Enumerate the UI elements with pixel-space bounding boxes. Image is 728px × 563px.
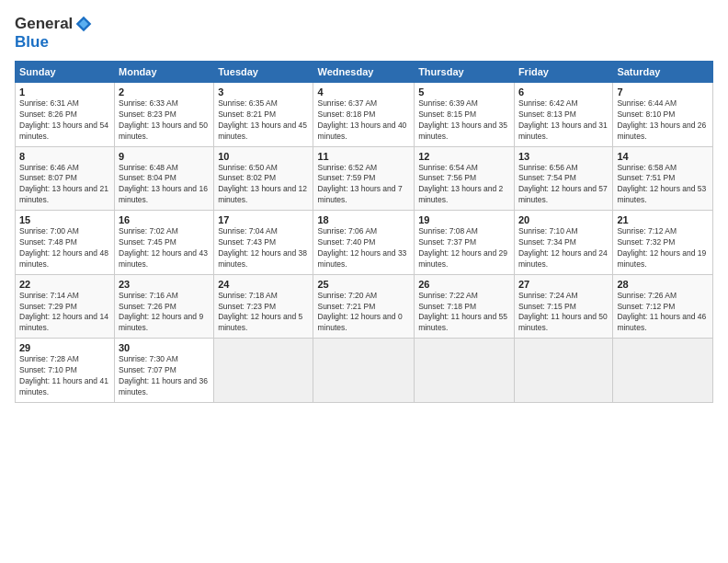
calendar-cell — [313, 339, 415, 403]
day-info: Sunrise: 6:54 AMSunset: 7:56 PMDaylight:… — [418, 163, 510, 207]
day-info: Sunrise: 7:06 AMSunset: 7:40 PMDaylight:… — [317, 226, 410, 270]
calendar-cell: 27Sunrise: 7:24 AMSunset: 7:15 PMDayligh… — [514, 274, 612, 339]
calendar-cell: 3Sunrise: 6:35 AMSunset: 8:21 PMDaylight… — [214, 83, 313, 147]
day-info: Sunrise: 7:28 AMSunset: 7:10 PMDaylight:… — [19, 354, 110, 398]
day-info: Sunrise: 6:33 AMSunset: 8:23 PMDaylight:… — [119, 98, 210, 143]
day-info: Sunrise: 7:02 AMSunset: 7:45 PMDaylight:… — [119, 226, 210, 270]
calendar-cell: 10Sunrise: 6:50 AMSunset: 8:02 PMDayligh… — [214, 146, 313, 211]
day-info: Sunrise: 6:37 AMSunset: 8:18 PMDaylight:… — [317, 98, 410, 143]
day-info: Sunrise: 6:39 AMSunset: 8:15 PMDaylight:… — [418, 98, 510, 143]
day-info: Sunrise: 7:20 AMSunset: 7:21 PMDaylight:… — [317, 291, 410, 335]
calendar-header-saturday: Saturday — [613, 62, 713, 83]
calendar-week-3: 15Sunrise: 7:00 AMSunset: 7:48 PMDayligh… — [16, 211, 713, 275]
logo-blue-text: Blue — [15, 33, 49, 52]
logo: General Blue — [15, 15, 93, 52]
calendar-cell: 11Sunrise: 6:52 AMSunset: 7:59 PMDayligh… — [313, 146, 415, 211]
day-number: 30 — [119, 342, 210, 353]
day-number: 25 — [317, 279, 410, 290]
day-info: Sunrise: 7:22 AMSunset: 7:18 PMDaylight:… — [418, 291, 510, 335]
calendar-cell: 30Sunrise: 7:30 AMSunset: 7:07 PMDayligh… — [115, 339, 214, 403]
calendar-cell: 1Sunrise: 6:31 AMSunset: 8:26 PMDaylight… — [16, 83, 115, 147]
calendar-cell: 23Sunrise: 7:16 AMSunset: 7:26 PMDayligh… — [115, 274, 214, 339]
day-info: Sunrise: 6:58 AMSunset: 7:51 PMDaylight:… — [617, 163, 709, 207]
calendar-cell: 22Sunrise: 7:14 AMSunset: 7:29 PMDayligh… — [16, 274, 115, 339]
calendar-cell: 6Sunrise: 6:42 AMSunset: 8:13 PMDaylight… — [514, 83, 612, 147]
calendar-cell — [415, 339, 515, 403]
day-info: Sunrise: 6:42 AMSunset: 8:13 PMDaylight:… — [518, 98, 609, 143]
day-number: 15 — [19, 214, 110, 225]
calendar-header-sunday: Sunday — [16, 62, 115, 83]
calendar-header-friday: Friday — [514, 62, 612, 83]
day-info: Sunrise: 6:31 AMSunset: 8:26 PMDaylight:… — [19, 98, 110, 143]
day-number: 24 — [218, 279, 309, 290]
calendar-cell — [514, 339, 612, 403]
day-info: Sunrise: 7:00 AMSunset: 7:48 PMDaylight:… — [19, 226, 110, 270]
calendar-cell: 15Sunrise: 7:00 AMSunset: 7:48 PMDayligh… — [16, 211, 115, 275]
day-number: 18 — [317, 214, 410, 225]
day-number: 20 — [518, 214, 609, 225]
day-info: Sunrise: 7:16 AMSunset: 7:26 PMDaylight:… — [119, 291, 210, 335]
calendar-cell: 16Sunrise: 7:02 AMSunset: 7:45 PMDayligh… — [115, 211, 214, 275]
day-info: Sunrise: 7:10 AMSunset: 7:34 PMDaylight:… — [518, 226, 609, 270]
calendar-cell: 19Sunrise: 7:08 AMSunset: 7:37 PMDayligh… — [415, 211, 515, 275]
day-number: 3 — [218, 86, 309, 98]
calendar-cell — [613, 339, 713, 403]
day-info: Sunrise: 6:46 AMSunset: 8:07 PMDaylight:… — [19, 163, 110, 207]
calendar-header-wednesday: Wednesday — [313, 62, 415, 83]
day-info: Sunrise: 6:48 AMSunset: 8:04 PMDaylight:… — [119, 163, 210, 207]
day-info: Sunrise: 7:30 AMSunset: 7:07 PMDaylight:… — [119, 354, 210, 398]
header: General Blue — [15, 15, 713, 52]
calendar-table: SundayMondayTuesdayWednesdayThursdayFrid… — [15, 61, 713, 403]
calendar-header-thursday: Thursday — [415, 62, 515, 83]
day-info: Sunrise: 6:44 AMSunset: 8:10 PMDaylight:… — [617, 98, 709, 143]
day-number: 12 — [418, 151, 510, 162]
calendar-header-row: SundayMondayTuesdayWednesdayThursdayFrid… — [16, 62, 713, 83]
day-number: 29 — [19, 342, 110, 353]
calendar-cell: 21Sunrise: 7:12 AMSunset: 7:32 PMDayligh… — [613, 211, 713, 275]
calendar-week-2: 8Sunrise: 6:46 AMSunset: 8:07 PMDaylight… — [16, 146, 713, 211]
calendar-cell: 28Sunrise: 7:26 AMSunset: 7:12 PMDayligh… — [613, 274, 713, 339]
calendar-cell: 2Sunrise: 6:33 AMSunset: 8:23 PMDaylight… — [115, 83, 214, 147]
calendar-cell: 17Sunrise: 7:04 AMSunset: 7:43 PMDayligh… — [214, 211, 313, 275]
calendar-cell — [214, 339, 313, 403]
day-number: 22 — [19, 279, 110, 290]
day-number: 4 — [317, 86, 410, 98]
calendar-week-1: 1Sunrise: 6:31 AMSunset: 8:26 PMDaylight… — [16, 83, 713, 147]
day-number: 8 — [19, 151, 110, 162]
day-number: 11 — [317, 151, 410, 162]
day-number: 10 — [218, 151, 309, 162]
calendar-cell: 24Sunrise: 7:18 AMSunset: 7:23 PMDayligh… — [214, 274, 313, 339]
day-number: 7 — [617, 86, 709, 98]
day-info: Sunrise: 7:14 AMSunset: 7:29 PMDaylight:… — [19, 291, 110, 335]
day-number: 5 — [418, 86, 510, 98]
day-info: Sunrise: 6:35 AMSunset: 8:21 PMDaylight:… — [218, 98, 309, 143]
day-number: 28 — [617, 279, 709, 290]
calendar-cell: 7Sunrise: 6:44 AMSunset: 8:10 PMDaylight… — [613, 83, 713, 147]
day-info: Sunrise: 7:26 AMSunset: 7:12 PMDaylight:… — [617, 291, 709, 335]
calendar-cell: 5Sunrise: 6:39 AMSunset: 8:15 PMDaylight… — [415, 83, 515, 147]
day-number: 19 — [418, 214, 510, 225]
day-number: 2 — [119, 86, 210, 98]
calendar-cell: 4Sunrise: 6:37 AMSunset: 8:18 PMDaylight… — [313, 83, 415, 147]
day-number: 1 — [19, 86, 110, 98]
day-number: 6 — [518, 86, 609, 98]
day-number: 17 — [218, 214, 309, 225]
calendar-cell: 26Sunrise: 7:22 AMSunset: 7:18 PMDayligh… — [415, 274, 515, 339]
calendar-header-tuesday: Tuesday — [214, 62, 313, 83]
day-number: 14 — [617, 151, 709, 162]
calendar-week-4: 22Sunrise: 7:14 AMSunset: 7:29 PMDayligh… — [16, 274, 713, 339]
day-number: 16 — [119, 214, 210, 225]
calendar-cell: 20Sunrise: 7:10 AMSunset: 7:34 PMDayligh… — [514, 211, 612, 275]
calendar-week-5: 29Sunrise: 7:28 AMSunset: 7:10 PMDayligh… — [16, 339, 713, 403]
calendar-cell: 13Sunrise: 6:56 AMSunset: 7:54 PMDayligh… — [514, 146, 612, 211]
day-info: Sunrise: 6:56 AMSunset: 7:54 PMDaylight:… — [518, 163, 609, 207]
day-number: 21 — [617, 214, 709, 225]
day-info: Sunrise: 6:50 AMSunset: 8:02 PMDaylight:… — [218, 163, 309, 207]
day-number: 23 — [119, 279, 210, 290]
day-info: Sunrise: 7:04 AMSunset: 7:43 PMDaylight:… — [218, 226, 309, 270]
calendar-cell: 25Sunrise: 7:20 AMSunset: 7:21 PMDayligh… — [313, 274, 415, 339]
day-info: Sunrise: 7:18 AMSunset: 7:23 PMDaylight:… — [218, 291, 309, 335]
logo-general-text: General — [15, 15, 73, 33]
calendar-cell: 8Sunrise: 6:46 AMSunset: 8:07 PMDaylight… — [16, 146, 115, 211]
day-number: 26 — [418, 279, 510, 290]
